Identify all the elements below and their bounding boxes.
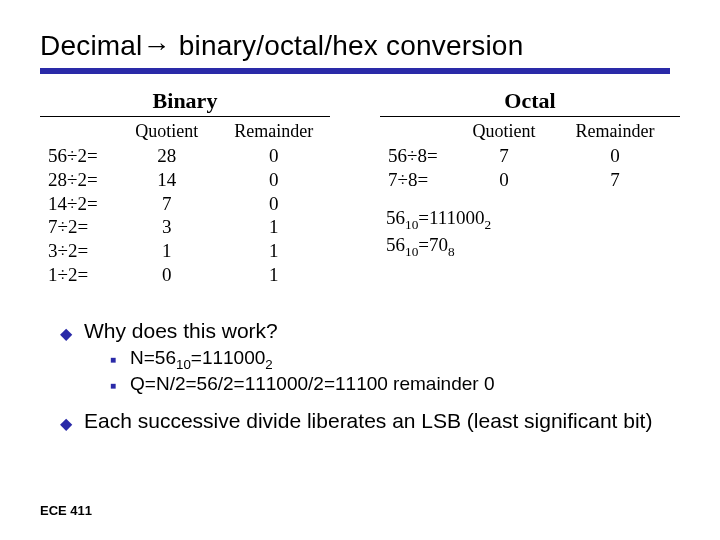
sub-bullet-n-text: N=5610=1110002 xyxy=(130,347,273,372)
square-icon: ■ xyxy=(110,380,116,391)
octal-col-quotient: Quotient xyxy=(456,119,552,144)
bullet-each-text: Each successive divide liberates an LSB … xyxy=(84,409,652,433)
summary-row: 5610=1110002 xyxy=(380,206,497,233)
binary-col-quotient: Quotient xyxy=(116,119,218,144)
octal-header-row: Quotient Remainder xyxy=(380,119,678,144)
footer-label: ECE 411 xyxy=(40,503,92,518)
diamond-icon: ◆ xyxy=(60,414,72,433)
bullet-why: ◆ Why does this work? xyxy=(60,319,680,343)
sub-bullet-n: ■ N=5610=1110002 xyxy=(110,347,680,372)
title-rule xyxy=(40,68,670,74)
slide-title: Decimal→ binary/octal/hex conversion xyxy=(40,30,680,62)
binary-heading: Binary xyxy=(40,88,330,117)
table-row: 56÷2=280 xyxy=(40,144,330,168)
summary-row: 5610=708 xyxy=(380,233,497,260)
binary-col-remainder: Remainder xyxy=(218,119,331,144)
table-row: 3÷2=11 xyxy=(40,239,330,263)
table-row: 1÷2=01 xyxy=(40,263,330,287)
tables-row: Binary Quotient Remainder 56÷2=280 28÷2=… xyxy=(40,88,680,287)
binary-table: Binary Quotient Remainder 56÷2=280 28÷2=… xyxy=(40,88,330,287)
table-row: 28÷2=140 xyxy=(40,168,330,192)
binary-header-row: Quotient Remainder xyxy=(40,119,330,144)
table-row: 14÷2=70 xyxy=(40,192,330,216)
table-row: 7÷2=31 xyxy=(40,215,330,239)
square-icon: ■ xyxy=(110,354,116,365)
sub-bullet-q-text: Q=N/2=56/2=111000/2=11100 remainder 0 xyxy=(130,373,494,395)
bullet-each: ◆ Each successive divide liberates an LS… xyxy=(60,409,680,433)
sub-bullet-q: ■ Q=N/2=56/2=111000/2=11100 remainder 0 xyxy=(110,373,680,395)
table-row: 56÷8=70 xyxy=(380,144,678,168)
octal-table: Octal Quotient Remainder 56÷8=70 7÷8=07 … xyxy=(380,88,680,287)
bullet-why-text: Why does this work? xyxy=(84,319,278,343)
octal-col-remainder: Remainder xyxy=(552,119,678,144)
diamond-icon: ◆ xyxy=(60,324,72,343)
bullet-list: ◆ Why does this work? ■ N=5610=1110002 ■… xyxy=(40,319,680,434)
octal-summary: 5610=1110002 5610=708 xyxy=(380,206,680,261)
table-row: 7÷8=07 xyxy=(380,168,678,192)
octal-heading: Octal xyxy=(380,88,680,117)
